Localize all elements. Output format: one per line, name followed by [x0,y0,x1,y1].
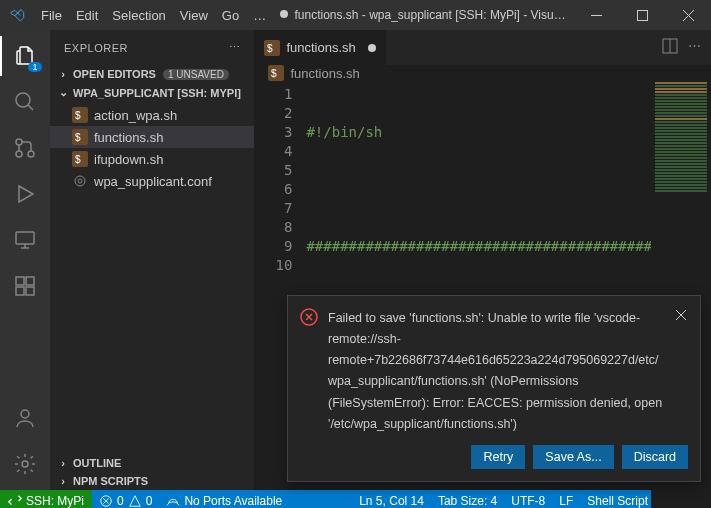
svg-rect-0 [591,15,602,16]
section-npm[interactable]: ›NPM SCRIPTS [50,472,254,490]
file-tree: $ action_wpa.sh $ functions.sh $ ifupdow… [50,102,254,198]
svg-rect-1 [637,10,647,20]
save-as-button[interactable]: Save As... [533,445,613,469]
activity-settings[interactable] [0,444,50,484]
svg-rect-8 [26,277,34,285]
split-editor-icon[interactable] [662,38,678,57]
tab-bar: $ functions.sh ⋯ [254,30,711,65]
menu-edit[interactable]: Edit [69,4,105,27]
file-item[interactable]: $ ifupdown.sh [50,148,254,170]
section-open-editors[interactable]: › OPEN EDITORS 1 UNSAVED [50,65,254,83]
svg-rect-7 [16,277,24,285]
titlebar: File Edit Selection View Go … functions.… [0,0,711,30]
menu-file[interactable]: File [34,4,69,27]
menu-selection[interactable]: Selection [105,4,172,27]
menu-overflow[interactable]: … [246,4,273,27]
menu-view[interactable]: View [173,4,215,27]
section-workspace[interactable]: ⌄ WPA_SUPPLICANT [SSH: MYPI] [50,83,254,102]
window-title: functions.sh - wpa_supplicant [SSH: MyPi… [273,8,573,22]
activity-explorer[interactable]: 1 [0,36,50,76]
sidebar-more-icon[interactable]: ⋯ [229,41,241,54]
app-icon [0,7,34,23]
activity-account[interactable] [0,398,50,438]
svg-text:$: $ [75,110,81,121]
unsaved-badge: 1 UNSAVED [163,69,229,80]
svg-text:$: $ [271,68,277,79]
section-outline[interactable]: ›OUTLINE [50,454,254,472]
activity-debug[interactable] [0,174,50,214]
activity-bar: 1 [0,30,50,490]
svg-point-4 [28,151,34,157]
sidebar-title: EXPLORER [64,42,229,54]
minimize-button[interactable] [573,0,619,30]
menubar: File Edit Selection View Go … [34,4,273,27]
maximize-button[interactable] [619,0,665,30]
close-button[interactable] [665,0,711,30]
shell-file-icon: $ [72,129,88,145]
modified-indicator [368,44,376,52]
discard-button[interactable]: Discard [622,445,688,469]
svg-point-19 [75,176,85,186]
error-icon [300,308,318,436]
svg-text:$: $ [267,43,273,54]
activity-source-control[interactable] [0,128,50,168]
shell-file-icon: $ [72,107,88,123]
shell-file-icon: $ [264,40,280,56]
svg-rect-10 [26,287,34,295]
svg-point-3 [16,139,22,145]
editor-tab[interactable]: $ functions.sh [254,30,385,65]
svg-point-20 [78,179,82,183]
activity-search[interactable] [0,82,50,122]
svg-rect-9 [16,287,24,295]
svg-point-2 [16,93,30,107]
explorer-badge: 1 [28,62,42,72]
svg-point-5 [16,151,22,157]
file-item[interactable]: $ action_wpa.sh [50,104,254,126]
retry-button[interactable]: Retry [471,445,525,469]
status-problems[interactable]: 0 0 [92,490,159,508]
status-remote[interactable]: SSH: MyPi [0,490,92,508]
menu-go[interactable]: Go [215,4,246,27]
svg-point-12 [22,461,28,467]
file-item[interactable]: $ functions.sh [50,126,254,148]
activity-remote-explorer[interactable] [0,220,50,260]
svg-text:$: $ [75,154,81,165]
error-notification: Failed to save 'functions.sh': Unable to… [287,295,701,483]
svg-text:$: $ [75,132,81,143]
svg-point-11 [21,410,29,418]
config-file-icon [72,173,88,189]
file-item[interactable]: wpa_supplicant.conf [50,170,254,192]
editor-more-icon[interactable]: ⋯ [688,38,701,57]
notification-close-icon[interactable] [674,308,688,436]
explorer-sidebar: EXPLORER ⋯ › OPEN EDITORS 1 UNSAVED ⌄ WP… [50,30,254,490]
shell-file-icon: $ [268,65,284,81]
svg-rect-6 [16,232,34,244]
notification-message: Failed to save 'functions.sh': Unable to… [328,308,664,436]
shell-file-icon: $ [72,151,88,167]
activity-extensions[interactable] [0,266,50,306]
breadcrumb[interactable]: $ functions.sh [254,65,711,81]
